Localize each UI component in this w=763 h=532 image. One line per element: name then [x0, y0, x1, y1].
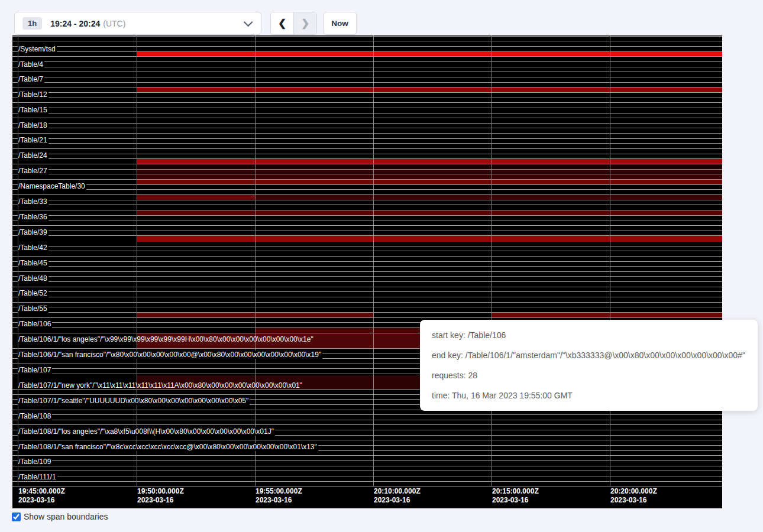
- span-boundary-line: [12, 98, 722, 98]
- span-boundary-line: [12, 184, 722, 185]
- axis-tick-time: 19:55:00.000Z: [256, 487, 302, 496]
- axis-tick-date: 2023-03-16: [374, 496, 410, 505]
- span-boundary-line: [12, 72, 722, 72]
- span-boundary-line: [12, 291, 722, 292]
- span-boundary-line: [12, 92, 722, 93]
- span-boundary-line: [12, 281, 722, 282]
- span-boundary-line: [12, 61, 722, 62]
- span-boundary-line: [12, 261, 722, 262]
- range-timezone: (UTC): [103, 19, 125, 28]
- heat-band: [137, 51, 722, 57]
- time-grid-line: [255, 35, 256, 486]
- span-boundary-line: [12, 169, 722, 170]
- span-boundary-line: [12, 481, 722, 482]
- show-span-boundaries-toggle[interactable]: Show span boundaries: [12, 512, 108, 521]
- time-grid-line: [492, 35, 492, 486]
- span-label: /Table/21: [18, 136, 49, 144]
- span-boundary-line: [12, 460, 722, 461]
- span-boundary-line: [12, 87, 722, 87]
- span-boundary-line: [12, 205, 722, 205]
- span-boundary-line: [12, 476, 722, 476]
- span-boundary-line: [12, 67, 722, 67]
- heat-band: [255, 194, 722, 200]
- span-label: /NamespaceTable/30: [18, 182, 86, 190]
- span-label: /Table/108/1/"san francisco"/"\x8c\xcc\x…: [18, 443, 318, 451]
- heat-band: [137, 87, 722, 92]
- span-label: /Table/42: [18, 244, 49, 252]
- span-boundary-line: [12, 189, 722, 190]
- span-boundary-line: [12, 128, 722, 128]
- span-boundary-line: [12, 36, 722, 37]
- span-boundary-line: [12, 251, 722, 251]
- heat-band: [255, 327, 426, 333]
- span-boundary-line: [12, 287, 722, 287]
- span-boundary-line: [12, 194, 722, 195]
- time-grid-line: [137, 35, 137, 486]
- time-nav-group: ❮ ❯: [270, 12, 317, 35]
- span-label: /Table/48: [18, 274, 49, 283]
- span-boundary-line: [12, 424, 722, 425]
- chevron-right-icon: ❯: [301, 17, 309, 30]
- heat-band: [137, 169, 722, 174]
- span-boundary-line: [12, 82, 722, 83]
- axis-tick-date: 2023-03-16: [492, 496, 528, 505]
- axis-tick-date: 2023-03-16: [256, 496, 292, 505]
- span-label: /System/tsd: [18, 45, 57, 53]
- span-boundary-line: [12, 215, 722, 216]
- span-label: /Table/106/1/"san francisco"/"\x80\x00\x…: [18, 351, 322, 359]
- time-grid-line: [610, 35, 610, 486]
- span-boundary-line: [12, 41, 722, 41]
- span-boundary-line: [12, 51, 722, 52]
- prev-interval-button[interactable]: ❮: [271, 12, 293, 34]
- span-boundary-line: [12, 414, 722, 415]
- now-button[interactable]: Now: [323, 12, 357, 35]
- span-boundary-line: [12, 138, 722, 139]
- next-interval-button[interactable]: ❯: [293, 12, 316, 34]
- tooltip-end-key: end key: /Table/106/1/"amsterdam"/"\xb33…: [432, 351, 746, 360]
- span-label: /Table/108: [18, 412, 52, 420]
- span-boundary-line: [12, 276, 722, 277]
- span-boundary-line: [12, 317, 722, 318]
- span-label: /Table/4: [18, 60, 44, 69]
- span-boundary-line: [12, 307, 722, 307]
- span-boundary-line: [12, 174, 722, 174]
- time-grid-line: [373, 35, 374, 486]
- heat-band: [137, 194, 255, 200]
- show-span-boundaries-label: Show span boundaries: [24, 512, 108, 521]
- chevron-down-icon: [244, 18, 253, 27]
- show-span-boundaries-checkbox[interactable]: [12, 512, 21, 521]
- span-boundary-line: [12, 297, 722, 297]
- span-boundary-line: [12, 56, 722, 57]
- heat-band: [137, 174, 722, 180]
- axis-tick-date: 2023-03-16: [137, 496, 173, 505]
- span-label: /Table/106: [18, 320, 52, 328]
- heat-band: [137, 235, 722, 242]
- tooltip-time: time: Thu, 16 Mar 2023 19:55:00 GMT: [432, 391, 746, 400]
- time-range-selector[interactable]: 1h 19:24 - 20:24 (UTC): [14, 12, 261, 35]
- span-boundary-line: [12, 102, 722, 103]
- span-label: /Table/107/1/"new york"/"\x11\x11\x11\x1…: [18, 381, 303, 390]
- span-label: /Table/45: [18, 259, 49, 267]
- span-boundary-line: [12, 235, 722, 236]
- span-label: /Table/24: [18, 151, 49, 160]
- span-label: /Table/107: [18, 366, 52, 374]
- span-label: /Table/27: [18, 167, 49, 175]
- span-boundary-line: [12, 158, 722, 159]
- tooltip-start-key: start key: /Table/106: [432, 330, 746, 340]
- span-label: /Table/106/1/"los angeles"/"\x99\x99\x99…: [18, 335, 315, 343]
- span-boundary-line: [12, 440, 722, 440]
- span-boundary-line: [12, 179, 722, 180]
- span-boundary-line: [12, 455, 722, 456]
- span-label: /Table/109: [18, 458, 52, 466]
- axis-tick-time: 20:20:00.000Z: [610, 487, 657, 496]
- sample-tooltip: start key: /Table/106 end key: /Table/10…: [420, 320, 758, 411]
- span-label: /Table/55: [18, 304, 49, 313]
- span-boundary-line: [12, 210, 722, 210]
- span-boundary-line: [12, 231, 722, 231]
- span-boundary-line: [12, 113, 722, 113]
- span-boundary-line: [12, 164, 722, 164]
- span-boundary-line: [12, 256, 722, 257]
- range-duration-chip: 1h: [22, 17, 42, 30]
- span-boundary-line: [12, 266, 722, 267]
- key-visualizer-canvas[interactable]: /System/tsd/Table/4/Table/7/Table/12/Tab…: [12, 35, 722, 508]
